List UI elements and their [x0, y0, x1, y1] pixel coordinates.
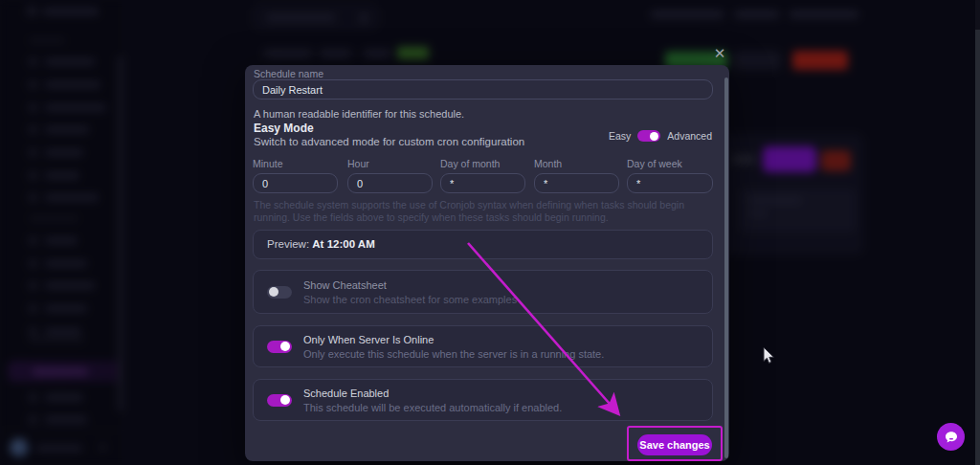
show-cheatsheet-row: Show Cheatsheet Show the cron cheatsheet… [253, 270, 713, 314]
easy-label: Easy [609, 130, 631, 142]
only-when-online-row: Only When Server Is Online Only execute … [253, 325, 713, 367]
day-of-month-label: Day of month [440, 158, 525, 169]
schedule-name-helper: A human readable identifier for this sch… [254, 108, 464, 120]
show-cheatsheet-toggle[interactable] [267, 286, 292, 299]
only-when-online-description: Only execute this schedule when the serv… [303, 348, 604, 360]
cron-day-of-month-field: Day of month [440, 158, 525, 193]
cron-day-of-week-field: Day of week [627, 158, 713, 193]
schedule-enabled-description: This schedule will be executed automatic… [303, 402, 562, 413]
schedule-enabled-row: Schedule Enabled This schedule will be e… [253, 379, 713, 421]
easy-mode-subtitle: Switch to advanced mode for custom cron … [254, 136, 524, 147]
app-screen: ✕ Schedule name A human readable identif… [0, 0, 980, 465]
day-of-month-input[interactable] [440, 173, 525, 193]
hour-input[interactable] [347, 173, 433, 193]
minute-label: Minute [253, 158, 338, 169]
easy-advanced-toggle-group: Easy Advanced [609, 130, 712, 142]
schedule-name-input[interactable] [253, 79, 713, 100]
day-of-week-input[interactable] [627, 173, 713, 193]
save-changes-button[interactable]: Save changes [637, 434, 712, 455]
chat-bubble-icon [944, 430, 959, 445]
advanced-label: Advanced [667, 130, 712, 142]
cron-help-text: The schedule system supports the use of … [254, 199, 717, 224]
only-when-online-label: Only When Server Is Online [303, 334, 604, 345]
toggle-knob [280, 395, 290, 405]
schedule-enabled-toggle[interactable] [267, 394, 292, 407]
hour-label: Hour [347, 158, 433, 169]
day-of-week-label: Day of week [627, 158, 713, 169]
toggle-knob [269, 287, 278, 297]
preview-value: At 12:00 AM [312, 238, 374, 250]
month-label: Month [534, 158, 619, 169]
easy-advanced-toggle[interactable] [637, 130, 660, 142]
modal-scrollbar-thumb[interactable] [724, 78, 728, 458]
schedule-enabled-label: Schedule Enabled [303, 388, 562, 399]
schedule-name-label: Schedule name [254, 68, 323, 79]
preview-label: Preview: [267, 238, 309, 250]
show-cheatsheet-description: Show the cron cheatsheet for some exampl… [303, 294, 517, 305]
chat-fab-button[interactable] [937, 423, 965, 451]
show-cheatsheet-label: Show Cheatsheet [303, 279, 517, 291]
month-input[interactable] [534, 173, 619, 193]
minute-input[interactable] [253, 173, 338, 193]
only-when-online-toggle[interactable] [267, 341, 292, 353]
cron-hour-field: Hour [347, 158, 433, 193]
cron-month-field: Month [534, 158, 619, 193]
cron-preview-row: Preview: At 12:00 AM [253, 230, 713, 259]
toggle-knob [280, 342, 290, 351]
page-scrollbar-thumb[interactable] [975, 30, 980, 465]
edit-schedule-modal: Schedule name A human readable identifie… [245, 65, 729, 461]
easy-mode-title: Easy Mode [254, 122, 314, 135]
cron-minute-field: Minute [253, 158, 338, 193]
close-icon[interactable]: ✕ [711, 45, 728, 62]
toggle-knob [650, 132, 658, 141]
